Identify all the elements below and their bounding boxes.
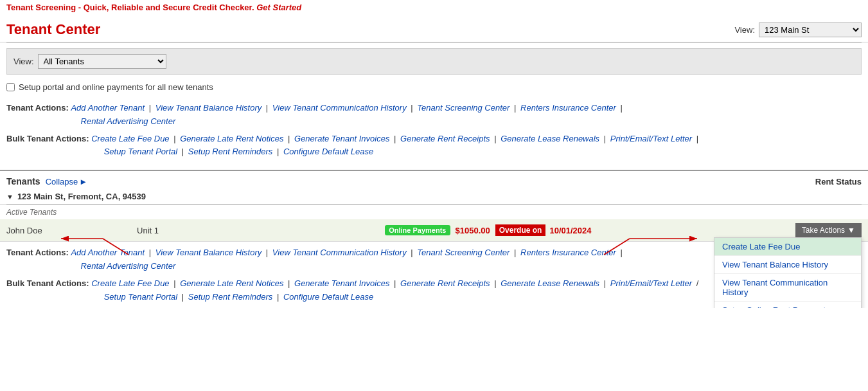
collapse-arrow-icon: ► — [79, 177, 87, 186]
tenants-section-label: Tenants — [6, 176, 40, 186]
overdue-date: 10/01/2024 — [549, 226, 591, 235]
bulk-action-print[interactable]: Print/Email/Text Letter — [610, 134, 692, 143]
take-actions-dropdown: Create Late Fee Due View Tenant Balance … — [714, 237, 862, 308]
dropdown-item-create-late-fee[interactable]: Create Late Fee Due — [714, 238, 861, 256]
bulk-action-default-lease[interactable]: Configure Default Lease — [283, 147, 373, 156]
action-balance-history[interactable]: View Tenant Balance History — [155, 103, 261, 113]
bottom-action-comm-history[interactable]: View Tenant Communication History — [272, 248, 407, 257]
collapse-link[interactable]: Collapse ► — [46, 177, 87, 186]
tenants-header: Tenants Collapse ► Rent Status — [0, 170, 868, 189]
tenant-actions-top: Tenant Actions: Add Another Tenant | Vie… — [0, 97, 868, 163]
bulk-actions-label: Bulk Tenant Actions: — [6, 134, 89, 143]
bulk-action-late-fee[interactable]: Create Late Fee Due — [91, 134, 169, 143]
tenant-actions-label: Tenant Actions: — [6, 103, 69, 113]
bottom-bulk-receipts[interactable]: Generate Rent Receipts — [400, 278, 490, 288]
rent-status-header: Rent Status — [815, 177, 862, 186]
bulk-action-portal[interactable]: Setup Tenant Portal — [104, 147, 177, 156]
tenant-filter-select[interactable]: All Tenants — [38, 54, 166, 69]
filter-bar: View: All Tenants — [6, 48, 862, 75]
new-tenant-portal-label: Setup portal and online payments for all… — [19, 82, 213, 92]
property-arrow-icon: ▼ — [6, 193, 13, 201]
tenant-actions-bottom-label: Tenant Actions: — [6, 248, 69, 257]
bottom-bulk-late-rent[interactable]: Generate Late Rent Notices — [180, 278, 283, 288]
action-rental-advertising[interactable]: Rental Advertising Center — [81, 116, 176, 126]
tenant-name: John Doe — [6, 226, 109, 235]
tenant-row-wrapper: John Doe Unit 1 Online Payments $1050.00… — [0, 219, 868, 242]
action-renters-insurance[interactable]: Renters Insurance Center — [520, 103, 616, 113]
take-actions-arrow-icon: ▼ — [847, 226, 855, 235]
bottom-action-renters-insurance[interactable]: Renters Insurance Center — [520, 248, 616, 257]
view-label: View: — [734, 25, 755, 35]
dropdown-item-balance-history[interactable]: View Tenant Balance History — [714, 256, 861, 274]
take-actions-label: Take Actions — [802, 226, 845, 235]
top-banner: Tenant Screening - Quick, Reliable and S… — [0, 0, 868, 15]
bulk-action-renewals[interactable]: Generate Lease Renewals — [500, 134, 599, 143]
checkbox-row: Setup portal and online payments for all… — [0, 80, 868, 97]
property-name: 123 Main St, Fremont, CA, 94539 — [17, 192, 146, 201]
bottom-bulk-reminders[interactable]: Setup Rent Reminders — [188, 292, 273, 302]
page-header: Tenant Center View: 123 Main St — [0, 15, 868, 42]
new-tenant-portal-checkbox[interactable] — [6, 83, 15, 91]
action-add-tenant[interactable]: Add Another Tenant — [71, 103, 145, 113]
bottom-action-advertising[interactable]: Rental Advertising Center — [81, 261, 176, 271]
tenant-row: John Doe Unit 1 Online Payments $1050.00… — [0, 219, 868, 242]
bulk-action-late-rent[interactable]: Generate Late Rent Notices — [180, 134, 283, 143]
property-row: ▼ 123 Main St, Fremont, CA, 94539 — [0, 189, 868, 205]
tenant-unit: Unit 1 — [109, 226, 186, 235]
dropdown-item-comm-history[interactable]: View Tenant Communication History — [714, 274, 861, 302]
page-title: Tenant Center — [6, 21, 100, 38]
bottom-action-add-tenant[interactable]: Add Another Tenant — [71, 248, 145, 257]
online-payments-badge: Online Payments — [385, 225, 450, 235]
bottom-bulk-portal[interactable]: Setup Tenant Portal — [104, 292, 177, 302]
view-selector: View: 123 Main St — [734, 23, 862, 37]
bulk-action-receipts[interactable]: Generate Rent Receipts — [400, 134, 490, 143]
take-actions-container: Take Actions ▼ Create Late Fee Due View … — [795, 223, 862, 237]
bulk-actions-row: Bulk Tenant Actions: Create Late Fee Due… — [6, 131, 862, 161]
bottom-bulk-late-fee[interactable]: Create Late Fee Due — [91, 278, 169, 288]
action-comm-history[interactable]: View Tenant Communication History — [272, 103, 407, 113]
tenant-balance: $1050.00 — [456, 226, 490, 235]
bottom-bulk-renewals[interactable]: Generate Lease Renewals — [500, 278, 599, 288]
bottom-bulk-default-lease[interactable]: Configure Default Lease — [283, 292, 373, 302]
bottom-bulk-invoices[interactable]: Generate Tenant Invoices — [294, 278, 389, 288]
active-tenants-label: Active Tenants — [0, 205, 868, 219]
banner-link[interactable]: Get Started — [256, 3, 301, 12]
take-actions-button[interactable]: Take Actions ▼ — [795, 223, 862, 237]
collapse-label: Collapse — [46, 177, 78, 186]
bottom-bulk-print[interactable]: Print/Email/Text Letter — [610, 278, 692, 288]
banner-text: Tenant Screening - Quick, Reliable and S… — [6, 3, 254, 12]
bulk-action-reminders[interactable]: Setup Rent Reminders — [188, 147, 273, 156]
dropdown-item-setup-payment[interactable]: Setup Online Rent Payment — [714, 302, 861, 308]
action-screening[interactable]: Tenant Screening Center — [417, 103, 509, 113]
bottom-action-balance-history[interactable]: View Tenant Balance History — [155, 248, 261, 257]
bulk-actions-bottom-label: Bulk Tenant Actions: — [6, 278, 89, 288]
property-select[interactable]: 123 Main St — [759, 23, 862, 37]
bottom-action-screening[interactable]: Tenant Screening Center — [417, 248, 509, 257]
tenant-actions-row: Tenant Actions: Add Another Tenant | Vie… — [6, 100, 862, 131]
filter-view-label: View: — [13, 57, 34, 66]
bulk-action-invoices[interactable]: Generate Tenant Invoices — [294, 134, 389, 143]
overdue-badge: Overdue on — [495, 224, 546, 236]
